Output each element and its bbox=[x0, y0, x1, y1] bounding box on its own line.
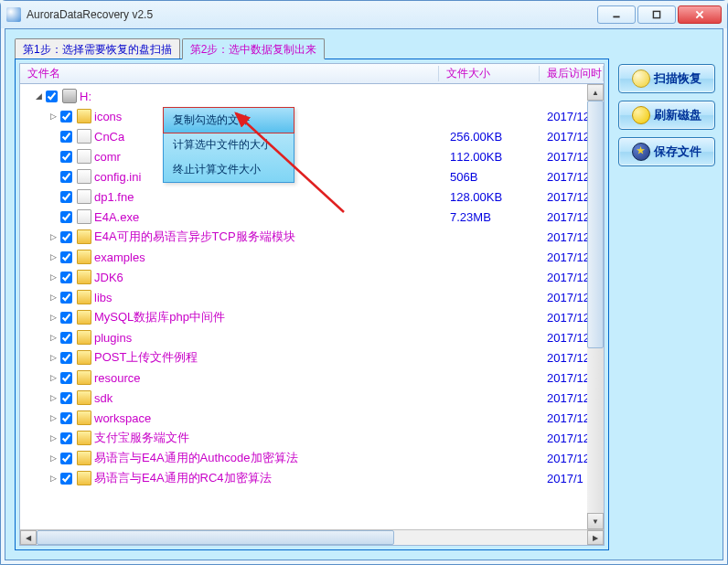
row-checkbox[interactable] bbox=[60, 191, 72, 203]
expander-icon[interactable]: ▷ bbox=[48, 432, 59, 443]
table-row[interactable]: E4A.exe7.23MB2017/12 bbox=[20, 207, 604, 227]
table-row[interactable]: CnCa256.00KB2017/12 bbox=[20, 126, 604, 146]
save-file-button[interactable]: 保存文件 bbox=[618, 137, 715, 166]
refresh-disk-button[interactable]: 刷新磁盘 bbox=[618, 101, 715, 130]
vertical-scrollbar[interactable]: ▲ ▼ bbox=[587, 84, 604, 529]
row-checkbox[interactable] bbox=[60, 412, 72, 424]
minimize-button[interactable] bbox=[597, 5, 636, 24]
table-row[interactable]: comr112.00KB2017/12 bbox=[20, 146, 604, 166]
table-row[interactable]: ▷workspace2017/12 bbox=[20, 408, 604, 428]
row-checkbox[interactable] bbox=[60, 332, 72, 344]
row-checkbox[interactable] bbox=[60, 171, 72, 183]
row-checkbox[interactable] bbox=[60, 231, 72, 243]
row-checkbox[interactable] bbox=[60, 111, 72, 123]
scroll-up-icon[interactable]: ▲ bbox=[587, 84, 604, 101]
table-row[interactable]: ▷POST上传文件例程2017/12 bbox=[20, 347, 604, 368]
svg-rect-1 bbox=[653, 11, 659, 17]
scroll-left-icon[interactable]: ◀ bbox=[20, 530, 37, 545]
folder-icon bbox=[77, 451, 91, 465]
magnifier-icon bbox=[632, 69, 650, 88]
expander-icon[interactable]: ▷ bbox=[48, 111, 59, 122]
titlebar[interactable]: AuroraDataRecovery v2.5 bbox=[1, 1, 727, 28]
table-row[interactable]: dp1.fne128.00KB2017/12 bbox=[20, 187, 604, 207]
col-size[interactable]: 文件大小 bbox=[439, 66, 540, 81]
menu-stop-calc[interactable]: 终止计算文件大小 bbox=[164, 157, 294, 182]
file-name: resource bbox=[94, 371, 446, 385]
expander-icon[interactable]: ▷ bbox=[48, 332, 59, 343]
expander-icon[interactable]: ▷ bbox=[48, 251, 59, 262]
tab-step2[interactable]: 第2步：选中数据复制出来 bbox=[182, 38, 326, 59]
expander-icon[interactable]: ▷ bbox=[48, 352, 59, 363]
file-name: 支付宝服务端文件 bbox=[94, 430, 446, 446]
row-checkbox[interactable] bbox=[60, 151, 72, 163]
folder-icon bbox=[77, 330, 91, 345]
file-tree[interactable]: ◢H:▷icons2017/12CnCa256.00KB2017/12comr1… bbox=[19, 84, 605, 529]
row-checkbox[interactable] bbox=[60, 312, 72, 324]
expander-icon[interactable]: ◢ bbox=[33, 91, 44, 101]
scan-label: 扫描恢复 bbox=[654, 70, 701, 87]
horizontal-scrollbar[interactable]: ◀ ▶ bbox=[19, 529, 605, 546]
table-row[interactable]: ▷examples2017/12 bbox=[20, 247, 604, 267]
file-size: 506B bbox=[446, 170, 547, 184]
file-name: POST上传文件例程 bbox=[94, 349, 446, 366]
table-row[interactable]: ▷icons2017/12 bbox=[20, 106, 604, 126]
hscroll-thumb[interactable] bbox=[37, 530, 394, 545]
col-date[interactable]: 最后访问时 bbox=[540, 66, 604, 81]
row-checkbox[interactable] bbox=[60, 372, 72, 384]
row-checkbox[interactable] bbox=[60, 131, 72, 143]
close-button[interactable] bbox=[678, 5, 722, 24]
file-size: 128.00KB bbox=[446, 190, 547, 204]
expander-icon[interactable]: ▷ bbox=[48, 453, 59, 464]
maximize-button[interactable] bbox=[637, 5, 676, 24]
table-row[interactable]: ▷resource2017/12 bbox=[20, 368, 604, 388]
expander-icon[interactable]: ▷ bbox=[48, 412, 59, 423]
scan-recover-button[interactable]: 扫描恢复 bbox=[618, 64, 715, 93]
expander-icon[interactable]: ▷ bbox=[48, 272, 59, 282]
table-row[interactable]: ▷plugins2017/12 bbox=[20, 327, 604, 347]
row-checkbox[interactable] bbox=[60, 251, 72, 263]
file-name: examples bbox=[94, 251, 446, 264]
scroll-right-icon[interactable]: ▶ bbox=[587, 530, 604, 545]
app-icon bbox=[6, 7, 21, 22]
row-checkbox[interactable] bbox=[60, 473, 72, 485]
columns-header: 文件名 文件大小 最后访问时 bbox=[19, 63, 605, 84]
vscroll-thumb[interactable] bbox=[587, 101, 604, 348]
expander-icon[interactable]: ▷ bbox=[48, 231, 59, 242]
table-row[interactable]: ▷MySQL数据库php中间件2017/12 bbox=[20, 307, 604, 327]
table-row[interactable]: ▷易语言与E4A通用的Authcode加密算法2017/12 bbox=[20, 448, 604, 468]
table-row[interactable]: ▷易语言与E4A通用的RC4加密算法2017/1 bbox=[20, 468, 604, 488]
expander-icon[interactable]: ▷ bbox=[48, 372, 59, 383]
drive-checkbox[interactable] bbox=[46, 91, 58, 102]
row-checkbox[interactable] bbox=[60, 453, 72, 464]
save-label: 保存文件 bbox=[654, 144, 701, 160]
col-name[interactable]: 文件名 bbox=[20, 66, 439, 81]
table-row[interactable]: ▷支付宝服务端文件2017/12 bbox=[20, 428, 604, 448]
table-row[interactable]: config.ini506B2017/12 bbox=[20, 166, 604, 187]
table-row[interactable]: ▷E4A可用的易语言异步TCP服务端模块2017/12 bbox=[20, 227, 604, 247]
file-size: 256.00KB bbox=[446, 130, 547, 144]
row-checkbox[interactable] bbox=[60, 272, 72, 283]
file-icon bbox=[77, 209, 91, 224]
expander-icon[interactable]: ▷ bbox=[48, 473, 59, 484]
row-checkbox[interactable] bbox=[60, 392, 72, 404]
scroll-down-icon[interactable]: ▼ bbox=[587, 513, 604, 529]
table-row[interactable]: ▷JDK62017/12 bbox=[20, 267, 604, 287]
file-name: JDK6 bbox=[94, 271, 446, 284]
expander-icon[interactable]: ▷ bbox=[48, 292, 59, 303]
expander-icon[interactable]: ▷ bbox=[48, 312, 59, 323]
row-checkbox[interactable] bbox=[60, 352, 72, 364]
table-row[interactable]: ▷libs2017/12 bbox=[20, 287, 604, 307]
menu-copy-checked[interactable]: 复制勾选的文件 bbox=[163, 107, 294, 133]
row-checkbox[interactable] bbox=[60, 211, 72, 223]
table-row[interactable]: ▷sdk2017/12 bbox=[20, 388, 604, 408]
file-size: 112.00KB bbox=[446, 150, 547, 164]
file-icon bbox=[77, 149, 91, 164]
folder-icon bbox=[77, 109, 91, 123]
row-checkbox[interactable] bbox=[60, 292, 72, 304]
tab-step1[interactable]: 第1步：选择需要恢复的盘扫描 bbox=[15, 38, 180, 59]
menu-calc-size[interactable]: 计算选中文件的大小 bbox=[164, 133, 294, 157]
drive-row[interactable]: ◢H: bbox=[20, 86, 604, 106]
row-checkbox[interactable] bbox=[60, 432, 72, 444]
expander-icon[interactable]: ▷ bbox=[48, 392, 59, 403]
folder-icon bbox=[77, 250, 91, 264]
